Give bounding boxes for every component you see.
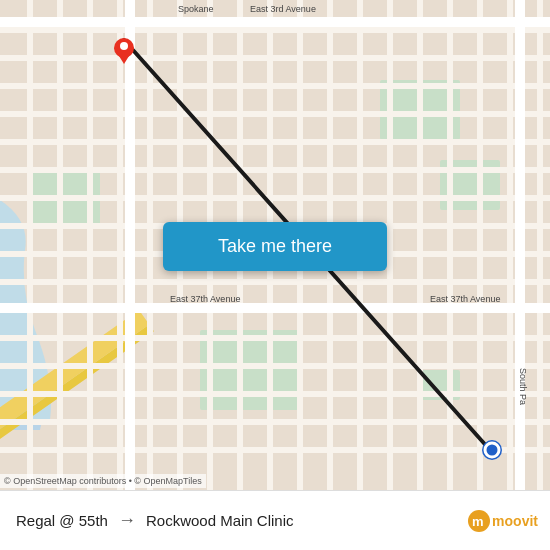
route-to-label: Rockwood Main Clinic [146,512,294,529]
svg-text:m: m [472,514,484,529]
moovit-icon: m [468,510,490,532]
svg-rect-3 [200,330,300,410]
svg-point-55 [485,443,499,457]
svg-text:Spokane: Spokane [178,4,214,14]
svg-point-53 [120,42,128,50]
map-attribution: © OpenStreetMap contributors • © OpenMap… [0,474,206,488]
moovit-text: moovit [492,513,538,529]
route-from-label: Regal @ 55th [16,512,108,529]
route-arrow-icon: → [118,510,136,531]
moovit-logo: m moovit [468,510,538,532]
map-container: Spokane East 3rd Avenue East 37th Avenue… [0,0,550,490]
svg-text:East 37th Avenue: East 37th Avenue [430,294,500,304]
svg-text:East 3rd Avenue: East 3rd Avenue [250,4,316,14]
svg-text:East 37th Avenue: East 37th Avenue [170,294,240,304]
take-me-there-button[interactable]: Take me there [163,222,387,271]
svg-text:South Pa: South Pa [518,368,528,405]
bottom-bar: Regal @ 55th → Rockwood Main Clinic m mo… [0,490,550,550]
